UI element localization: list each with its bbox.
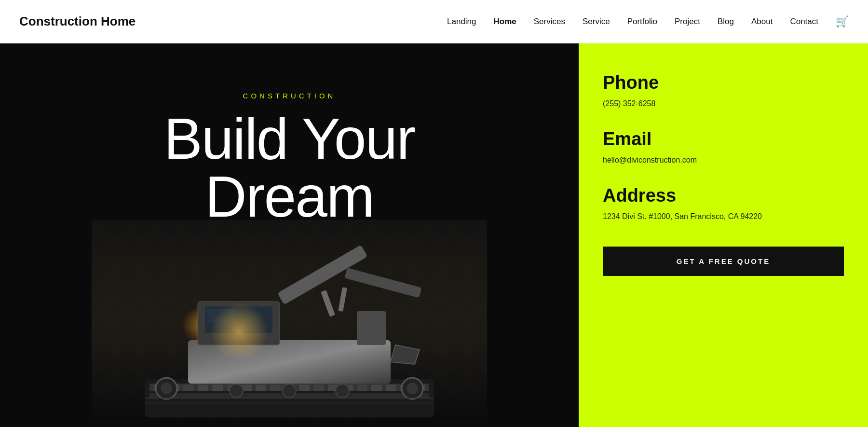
nav-service[interactable]: Service	[583, 17, 610, 27]
email-section: Email hello@diviconstruction.com	[603, 129, 844, 166]
hero-image-inner	[92, 220, 487, 427]
nav-portfolio[interactable]: Portfolio	[627, 17, 657, 27]
cart-icon[interactable]: 🛒	[836, 15, 849, 28]
nav-services[interactable]: Services	[534, 17, 565, 27]
nav-landing[interactable]: Landing	[447, 17, 476, 27]
nav-project[interactable]: Project	[675, 17, 700, 27]
header: Construction Home Landing Home Services …	[0, 0, 868, 43]
phone-heading: Phone	[603, 72, 844, 93]
address-section: Address 1234 Divi St. #1000, San Francis…	[603, 185, 844, 222]
site-logo[interactable]: Construction Home	[19, 14, 136, 29]
svg-rect-21	[386, 385, 396, 391]
nav-blog[interactable]: Blog	[718, 17, 734, 27]
svg-rect-15	[299, 385, 310, 391]
svg-rect-16	[313, 385, 324, 391]
svg-point-27	[407, 383, 418, 394]
svg-point-28	[230, 384, 243, 398]
svg-point-30	[336, 384, 349, 398]
svg-rect-12	[256, 385, 266, 391]
svg-point-29	[283, 384, 296, 398]
main-nav: Landing Home Services Service Portfolio …	[447, 15, 849, 28]
svg-point-25	[161, 383, 172, 394]
hero-image	[92, 220, 487, 427]
hero-label: CONSTRUCTION	[243, 92, 336, 100]
nav-about[interactable]: About	[751, 17, 773, 27]
machinery-svg	[92, 220, 487, 427]
glow-effect	[210, 303, 268, 360]
phone-section: Phone (255) 352-6258	[603, 72, 844, 110]
hero-section: CONSTRUCTION Build Your Dream	[0, 43, 579, 427]
svg-rect-35	[357, 311, 386, 345]
phone-value: (255) 352-6258	[603, 98, 844, 110]
email-value: hello@diviconstruction.com	[603, 154, 844, 166]
svg-rect-19	[357, 385, 367, 391]
address-heading: Address	[603, 185, 844, 206]
hero-title-line1: Build Your	[164, 106, 415, 171]
sidebar-contact: Phone (255) 352-6258 Email hello@divicon…	[579, 43, 868, 427]
svg-rect-20	[371, 385, 382, 391]
nav-home[interactable]: Home	[494, 17, 516, 27]
svg-rect-9	[212, 385, 223, 391]
main-content: CONSTRUCTION Build Your Dream	[0, 43, 868, 427]
svg-rect-8	[198, 385, 208, 391]
email-heading: Email	[603, 129, 844, 150]
nav-contact[interactable]: Contact	[790, 17, 818, 27]
hero-title: Build Your Dream	[164, 110, 415, 225]
svg-rect-7	[183, 385, 194, 391]
get-quote-button[interactable]: GET A FREE QUOTE	[603, 247, 844, 276]
address-value: 1234 Divi St. #1000, San Francisco, CA 9…	[603, 211, 844, 222]
hero-title-line2: Dream	[205, 164, 374, 229]
svg-rect-13	[270, 385, 281, 391]
